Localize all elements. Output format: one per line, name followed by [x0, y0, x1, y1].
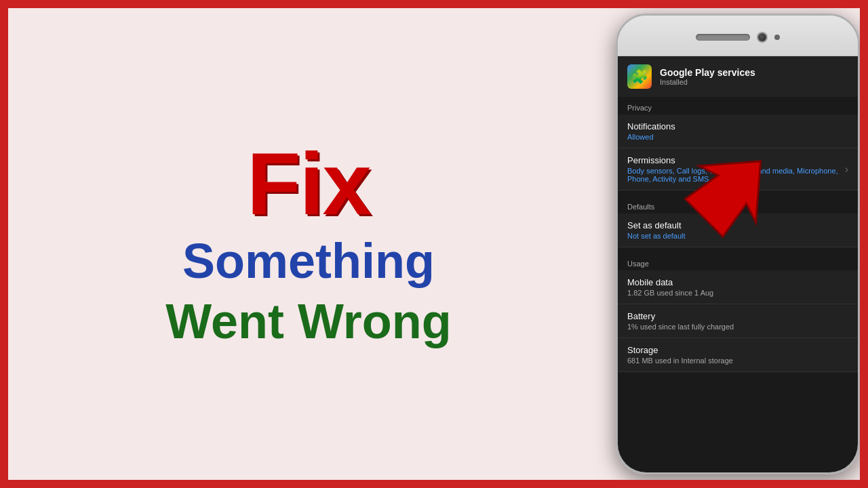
outer-border: Fix Something Went Wrong 🧩: [0, 0, 868, 488]
sensor: [774, 35, 780, 40]
set-default-sub: Not set as default: [627, 232, 848, 240]
divider-2: [618, 247, 858, 253]
something-title: Something: [182, 235, 435, 288]
privacy-section-label: Privacy: [618, 97, 858, 115]
usage-section-label: Usage: [618, 253, 858, 270]
inner-container: Fix Something Went Wrong 🧩: [8, 8, 860, 480]
set-default-title: Set as default: [627, 220, 848, 230]
battery-sub: 1% used since last fully charged: [627, 323, 848, 331]
divider-1: [618, 190, 858, 196]
permissions-chevron: ›: [845, 163, 848, 176]
app-icon: 🧩: [627, 64, 652, 89]
storage-title: Storage: [627, 345, 848, 355]
set-default-item[interactable]: Set as default Not set as default: [618, 214, 858, 247]
battery-title: Battery: [627, 311, 848, 321]
app-status: Installed: [660, 78, 755, 86]
permissions-item[interactable]: Permissions Body sensors, Call logs, Cam…: [618, 148, 858, 190]
mobile-data-title: Mobile data: [627, 277, 848, 287]
notifications-item[interactable]: Notifications Allowed: [618, 115, 858, 148]
phone-container: 🧩 Google Play services Installed Privacy…: [609, 8, 860, 480]
defaults-section-label: Defaults: [618, 196, 858, 214]
left-content: Fix Something Went Wrong: [8, 126, 609, 362]
mobile-data-item[interactable]: Mobile data 1.82 GB used since 1 Aug: [618, 270, 858, 304]
phone-screen: 🧩 Google Play services Installed Privacy…: [618, 56, 858, 472]
app-name: Google Play services: [660, 67, 755, 78]
mobile-data-sub: 1.82 GB used since 1 Aug: [627, 289, 848, 297]
fix-title: Fix: [247, 140, 370, 228]
phone-body: 🧩 Google Play services Installed Privacy…: [616, 14, 860, 474]
app-info: Google Play services Installed: [660, 67, 755, 86]
storage-item[interactable]: Storage 681 MB used in Internal storage: [618, 338, 858, 372]
battery-item[interactable]: Battery 1% used since last fully charged: [618, 304, 858, 338]
speaker-grille: [696, 34, 750, 41]
permissions-title: Permissions: [627, 155, 848, 165]
permissions-sub: Body sensors, Call logs, Camera, Files a…: [627, 167, 848, 183]
notifications-sub: Allowed: [627, 133, 848, 141]
phone-top: [618, 16, 858, 56]
went-wrong-title: Went Wrong: [165, 295, 451, 348]
notifications-title: Notifications: [627, 121, 848, 131]
app-header: 🧩 Google Play services Installed: [618, 56, 858, 97]
storage-sub: 681 MB used in Internal storage: [627, 357, 848, 365]
front-camera: [758, 33, 766, 41]
